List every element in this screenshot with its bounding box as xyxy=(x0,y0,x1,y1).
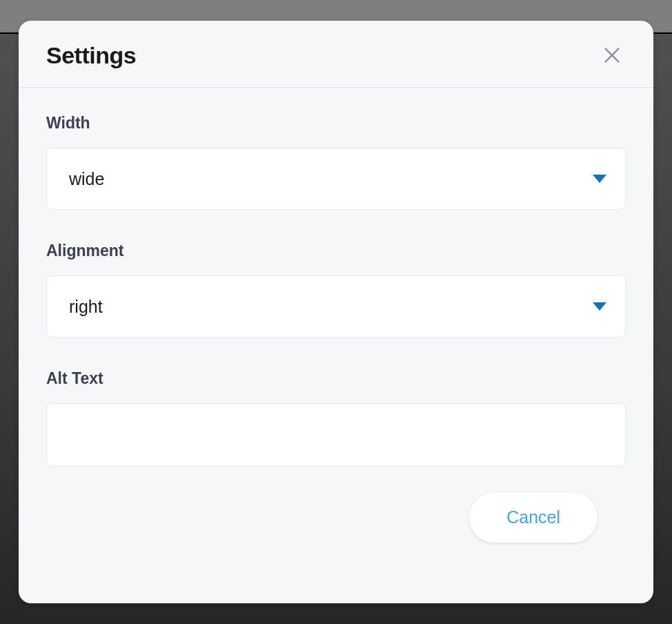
alignment-select[interactable]: right xyxy=(46,275,626,338)
alt-text-input[interactable] xyxy=(46,403,626,467)
width-select[interactable]: wide xyxy=(46,148,626,210)
modal-title: Settings xyxy=(46,42,136,69)
width-field-group: Width wide xyxy=(46,114,626,210)
modal-body: Width wide Alignment right Alt Text Canc xyxy=(19,88,653,571)
alignment-field-group: Alignment right xyxy=(46,242,626,338)
alt-text-field-group: Alt Text xyxy=(46,369,626,467)
cancel-button[interactable]: Cancel xyxy=(468,491,598,543)
alt-text-label: Alt Text xyxy=(46,369,626,388)
settings-modal: Settings Width wide Alignment right xyxy=(19,21,653,603)
close-icon xyxy=(602,46,622,65)
close-button[interactable] xyxy=(598,41,626,69)
width-select-wrapper: wide xyxy=(46,148,626,210)
alignment-select-wrapper: right xyxy=(46,275,626,338)
modal-footer: Cancel xyxy=(46,491,626,543)
alignment-label: Alignment xyxy=(46,242,626,260)
width-label: Width xyxy=(46,114,626,133)
modal-header: Settings xyxy=(19,21,653,88)
